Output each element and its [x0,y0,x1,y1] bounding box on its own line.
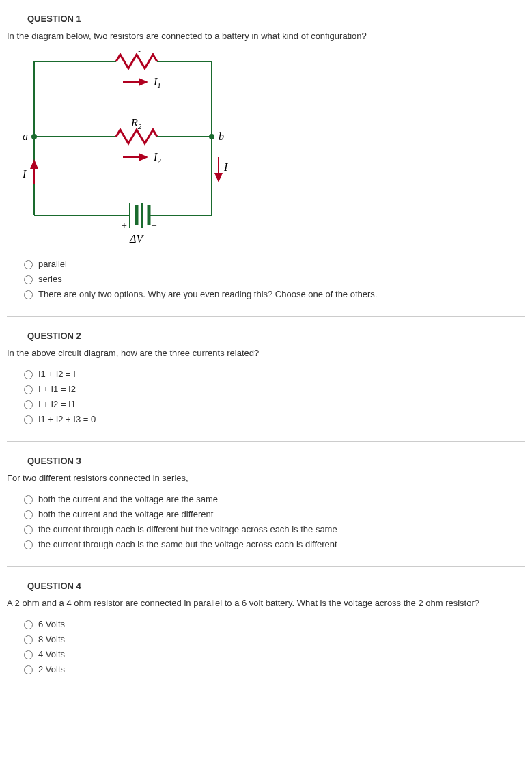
q4-option-3-label: 4 Volts [38,649,65,659]
q1-option-3[interactable]: There are only two options. Why are you … [20,288,525,299]
svg-point-6 [31,134,37,139]
divider-3 [7,566,525,567]
q4-option-2-label: 8 Volts [38,634,65,644]
divider-1 [7,316,525,317]
svg-text:b: b [219,130,224,142]
q3-option-4[interactable]: the current through each is the same but… [20,538,525,549]
q3-radio-4[interactable] [24,540,33,549]
q4-option-1[interactable]: 6 Volts [20,618,525,629]
circuit-diagram: R1 R2 I1 I2 I I a b + − ΔV [20,51,525,245]
q3-radio-2[interactable] [24,510,33,519]
q4-radio-2[interactable] [24,635,33,644]
q2-radio-1[interactable] [24,370,33,379]
q1-radio-2[interactable] [24,275,33,284]
question-4-prompt: A 2 ohm and a 4 ohm resistor are connect… [7,598,525,608]
svg-text:I2: I2 [153,151,161,165]
q1-radio-1[interactable] [24,260,33,269]
question-2-header: QUESTION 2 [27,331,525,341]
q4-option-4[interactable]: 2 Volts [20,663,525,674]
q3-option-2[interactable]: both the current and the voltage are dif… [20,508,525,519]
question-4-options: 6 Volts 8 Volts 4 Volts 2 Volts [20,618,525,674]
q2-option-4[interactable]: I1 + I2 + I3 = 0 [20,413,525,424]
q2-option-3[interactable]: I + I2 = I1 [20,398,525,409]
q3-option-3[interactable]: the current through each is different bu… [20,523,525,534]
q3-option-2-label: both the current and the voltage are dif… [38,509,213,519]
q4-option-4-label: 2 Volts [38,664,65,674]
q1-radio-3[interactable] [24,290,33,299]
q2-radio-3[interactable] [24,400,33,409]
svg-text:a: a [23,130,28,142]
question-2-prompt: In the above circuit diagram, how are th… [7,348,525,358]
svg-text:R2: R2 [130,117,142,130]
q2-option-3-label: I + I2 = I1 [38,399,76,409]
question-2-options: I1 + I2 = I I + I1 = I2 I + I2 = I1 I1 +… [20,368,525,424]
question-4-header: QUESTION 4 [27,581,525,591]
q3-option-1[interactable]: both the current and the voltage are the… [20,493,525,504]
svg-text:R1: R1 [130,51,141,53]
q1-option-1-label: parallel [38,259,67,269]
q2-option-1[interactable]: I1 + I2 = I [20,368,525,379]
q3-radio-3[interactable] [24,525,33,534]
svg-text:ΔV: ΔV [129,233,144,243]
q3-option-1-label: both the current and the voltage are the… [38,494,218,504]
question-1-header: QUESTION 1 [27,14,525,24]
q3-option-3-label: the current through each is different bu… [38,524,337,534]
q2-option-4-label: I1 + I2 + I3 = 0 [38,414,96,424]
q2-radio-4[interactable] [24,415,33,424]
question-1-options: parallel series There are only two optio… [20,258,525,299]
svg-text:I: I [22,168,27,180]
q1-option-2[interactable]: series [20,273,525,284]
q4-radio-1[interactable] [24,620,33,629]
q2-option-2-label: I + I1 = I2 [38,384,76,394]
divider-2 [7,441,525,442]
q1-option-1[interactable]: parallel [20,258,525,269]
q4-radio-4[interactable] [24,665,33,674]
question-3-options: both the current and the voltage are the… [20,493,525,549]
svg-text:+: + [122,221,127,231]
question-3-header: QUESTION 3 [27,456,525,466]
svg-point-7 [209,134,214,139]
q4-option-2[interactable]: 8 Volts [20,633,525,644]
question-3-prompt: For two different resistors connected in… [7,473,525,483]
q4-option-1-label: 6 Volts [38,619,65,629]
q2-radio-2[interactable] [24,385,33,394]
svg-text:I1: I1 [153,76,161,90]
q1-option-3-label: There are only two options. Why are you … [38,289,377,299]
svg-text:−: − [152,221,157,231]
q1-option-2-label: series [38,274,62,284]
question-1-prompt: In the diagram below, two resistors are … [7,31,525,41]
q3-option-4-label: the current through each is the same but… [38,539,337,549]
q3-radio-1[interactable] [24,495,33,504]
q2-option-2[interactable]: I + I1 = I2 [20,383,525,394]
q4-radio-3[interactable] [24,650,33,659]
q4-option-3[interactable]: 4 Volts [20,648,525,659]
q2-option-1-label: I1 + I2 = I [38,369,76,379]
svg-text:I: I [223,161,228,173]
